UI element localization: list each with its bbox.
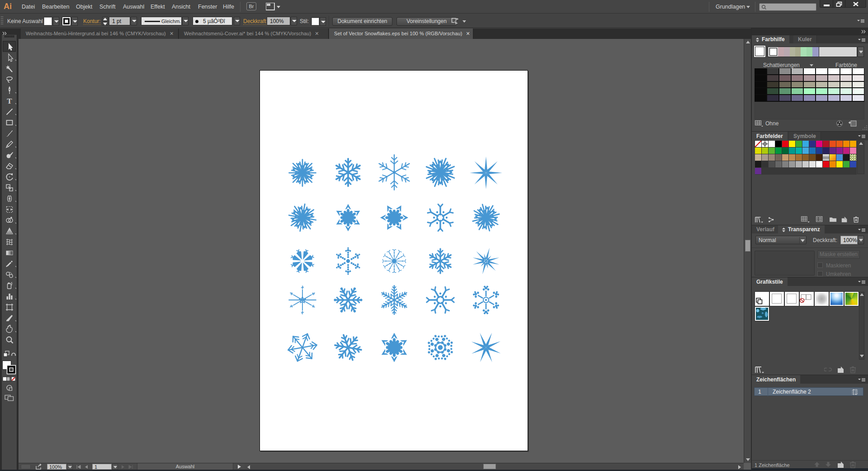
svg-text:T: T: [7, 97, 12, 105]
